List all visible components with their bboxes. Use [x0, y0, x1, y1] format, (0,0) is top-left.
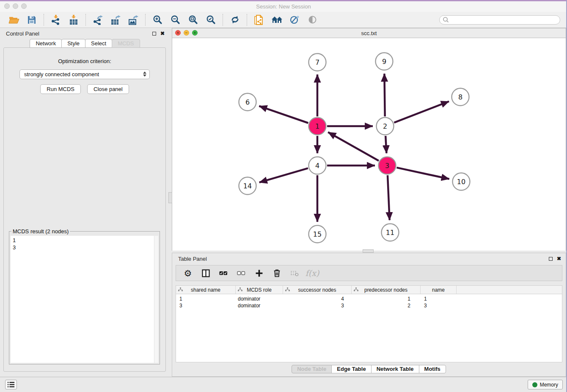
graph-node-14[interactable]: 14	[239, 177, 256, 195]
refresh-layout-button[interactable]	[228, 13, 242, 27]
export-network-button[interactable]	[91, 13, 105, 27]
cell-predecessor-nodes[interactable]: 1	[352, 296, 421, 302]
cell-name[interactable]: 3	[421, 303, 457, 309]
node-label: 6	[245, 98, 250, 106]
table-row[interactable]: 3dominator323	[176, 302, 562, 309]
graph-edge-3-11[interactable]	[388, 175, 390, 220]
optimization-criterion-dropdown[interactable]: strongly connected component	[19, 69, 150, 79]
memory-button[interactable]: Memory	[528, 380, 563, 389]
table-row[interactable]: 1dominator411	[176, 295, 562, 302]
slashed-circle-pen-icon	[290, 15, 300, 25]
export-table-button[interactable]	[109, 13, 122, 27]
tab-network[interactable]: Network	[30, 39, 62, 48]
zoom-in-button[interactable]	[151, 13, 164, 27]
zoom-window-button[interactable]	[21, 3, 27, 9]
close-table-panel-button[interactable]	[557, 256, 561, 261]
graph-edge-2-9[interactable]	[384, 74, 385, 116]
graph-node-3[interactable]: 3	[379, 157, 396, 174]
cell-shared-name[interactable]: 3	[176, 303, 236, 309]
column-label: shared name	[191, 287, 220, 293]
graph-node-7[interactable]: 7	[309, 54, 326, 71]
table-tab-motifs[interactable]: Motifs	[419, 365, 446, 373]
function-builder-button[interactable]: f(x)	[307, 268, 317, 278]
network-zoom-button[interactable]: +	[192, 30, 198, 36]
zoom-selected-button[interactable]	[204, 13, 217, 27]
table-settings-button[interactable]	[183, 268, 193, 278]
cell-shared-name[interactable]: 1	[176, 296, 236, 302]
column-header-predecessor-nodes[interactable]: predecessor nodes	[352, 286, 421, 294]
tab-select[interactable]: Select	[85, 39, 112, 48]
toolbar-separator	[247, 14, 247, 26]
graph-edge-2-8[interactable]	[394, 102, 449, 123]
memory-label: Memory	[540, 382, 558, 388]
graph-node-10[interactable]: 10	[453, 173, 470, 190]
export-image-button[interactable]	[127, 13, 140, 27]
float-panel-button[interactable]	[152, 32, 156, 36]
import-network-button[interactable]	[49, 13, 63, 27]
deselect-all-columns-button[interactable]	[236, 268, 246, 278]
add-column-button[interactable]	[254, 268, 264, 278]
delete-table-button[interactable]	[289, 268, 300, 278]
mcds-result-textarea[interactable]: 1 3	[11, 236, 158, 363]
graph-edge-1-6[interactable]	[259, 106, 308, 123]
minimize-window-button[interactable]	[13, 3, 18, 9]
home-button[interactable]	[270, 13, 284, 27]
cell-name[interactable]: 1	[421, 296, 457, 302]
graph-node-8[interactable]: 8	[452, 88, 469, 106]
network-close-button[interactable]: ×	[175, 30, 181, 36]
graph-node-9[interactable]: 9	[376, 53, 393, 70]
close-panel-icon-button[interactable]	[160, 31, 165, 36]
cell-mcds-role[interactable]: dominator	[236, 296, 283, 302]
result-scrollbar[interactable]	[154, 236, 158, 363]
column-header-mcds-role[interactable]: MCDS role	[236, 286, 283, 294]
open-session-button[interactable]	[7, 13, 21, 27]
graph-edge-4-14[interactable]	[259, 168, 308, 182]
automation-panel-button[interactable]	[5, 380, 17, 389]
vertical-splitter-grip[interactable]	[168, 192, 172, 203]
visibility-button[interactable]	[306, 13, 319, 27]
cell-mcds-role[interactable]: dominator	[236, 303, 283, 309]
network-minimize-button[interactable]: −	[184, 30, 189, 36]
table-tab-network-table[interactable]: Network Table	[371, 365, 419, 373]
graph-node-2[interactable]: 2	[377, 118, 394, 135]
select-all-columns-button[interactable]	[218, 268, 228, 278]
close-panel-button[interactable]: Close panel	[87, 84, 129, 94]
cell-successor-nodes[interactable]: 4	[283, 296, 352, 302]
hierarchy-icon	[178, 287, 183, 292]
zoom-out-button[interactable]	[168, 13, 182, 27]
table-tab-edge-table[interactable]: Edge Table	[331, 365, 371, 373]
cell-predecessor-nodes[interactable]: 2	[352, 303, 421, 309]
graph-edge-3-1[interactable]	[328, 132, 379, 161]
graph-node-4[interactable]: 4	[309, 157, 326, 174]
zoom-fit-button[interactable]	[186, 13, 200, 27]
graph-node-15[interactable]: 15	[309, 226, 326, 243]
tab-style[interactable]: Style	[61, 39, 85, 48]
run-mcds-button[interactable]: Run MCDS	[40, 84, 81, 94]
save-session-button[interactable]	[25, 13, 39, 27]
graph-node-6[interactable]: 6	[239, 94, 256, 111]
delete-column-button[interactable]	[272, 268, 282, 278]
show-columns-button[interactable]	[201, 268, 211, 278]
graph-node-1[interactable]: 1	[309, 118, 326, 135]
column-header-name[interactable]: name	[421, 286, 457, 294]
checked-boxes-icon	[219, 269, 228, 277]
network-window-titlebar[interactable]: × − + scc.txt	[172, 28, 566, 38]
import-table-button[interactable]	[67, 13, 80, 27]
tab-mcds[interactable]: MCDS	[112, 39, 140, 48]
network-file-button[interactable]	[252, 13, 266, 27]
horizontal-splitter-grip[interactable]	[363, 249, 374, 253]
close-window-button[interactable]	[4, 3, 10, 9]
table-tab-node-table[interactable]: Node Table	[292, 365, 332, 373]
graphics-details-button[interactable]	[288, 13, 301, 27]
column-header-successor-nodes[interactable]: successor nodes	[283, 286, 352, 294]
node-label: 8	[458, 93, 462, 101]
graph-edge-2-3[interactable]	[385, 136, 386, 153]
column-header-shared-name[interactable]: shared name	[176, 286, 236, 294]
graph-node-11[interactable]: 11	[382, 224, 399, 241]
float-table-panel-button[interactable]	[549, 257, 553, 261]
refresh-icon	[230, 15, 240, 25]
search-input[interactable]	[451, 16, 557, 23]
network-canvas[interactable]: 7968124314101511	[172, 38, 566, 251]
cell-successor-nodes[interactable]: 3	[283, 303, 352, 309]
graph-edge-3-10[interactable]	[397, 168, 449, 179]
